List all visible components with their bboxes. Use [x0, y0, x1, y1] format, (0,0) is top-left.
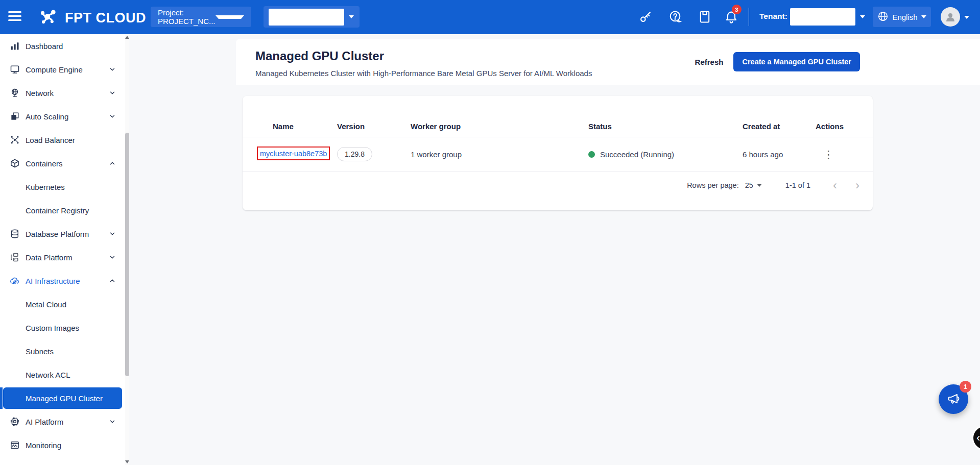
sidebar-item-label: AI Platform [26, 418, 63, 426]
layers-icon [9, 111, 20, 122]
sidebar-item-custom-images[interactable]: Custom Images [0, 316, 129, 339]
page-header: Managed GPU Cluster Managed Kubernetes C… [236, 39, 980, 85]
cluster-table-card: Name Version Worker group Status Created… [243, 96, 873, 210]
bar-chart-icon [9, 40, 20, 52]
column-header-name: Name [273, 122, 337, 131]
fpt-cloud-logo[interactable]: FPT CLOUD [38, 7, 146, 29]
sidebar-item-network-acl[interactable]: Network ACL [0, 363, 129, 386]
sidebar-item-label: Load Balancer [26, 136, 75, 144]
megaphone-icon [946, 391, 961, 407]
page-title: Managed GPU Cluster [255, 49, 384, 63]
globe-stand-icon [9, 87, 20, 99]
sidebar-item-label: Managed GPU Cluster [26, 394, 103, 403]
rows-per-page-select[interactable]: 25 [745, 181, 762, 189]
sidebar-item-subnets[interactable]: Subnets [0, 339, 129, 363]
molecule-logo-icon [38, 7, 60, 29]
sidebar-item-ai-infrastructure[interactable]: AI Infrastructure [0, 269, 129, 292]
project-dropdown-label: Project: PROJECT_NC... [158, 8, 216, 26]
table-header-row: Name Version Worker group Status Created… [243, 115, 873, 137]
create-cluster-button[interactable]: Create a Managed GPU Cluster [733, 52, 860, 71]
sidebar-item-managed-gpu-cluster[interactable]: Managed GPU Cluster [3, 387, 122, 409]
chevron-down-icon [757, 184, 762, 187]
topbar-divider [749, 8, 749, 26]
chevron-down-icon [964, 16, 969, 19]
avatar[interactable] [941, 7, 960, 27]
sidebar-item-compute-engine[interactable]: Compute Engine [0, 58, 129, 81]
column-header-actions: Actions [816, 122, 873, 131]
chevron-up-icon [109, 160, 116, 167]
status-cell: Succeeded (Running) [588, 150, 743, 159]
chevron-down-icon [109, 113, 116, 120]
sidebar-item-label: AI Infrastructure [26, 277, 80, 285]
docs-book-icon[interactable] [698, 10, 712, 24]
chevron-down-icon [109, 66, 116, 73]
pagination: Rows per page: 25 1-1 of 1 ‹ › [243, 172, 873, 199]
chevron-up-icon [109, 277, 116, 284]
sidebar-item-load-balancer[interactable]: Load Balancer [0, 128, 129, 152]
chevron-down-icon [109, 230, 116, 237]
sidebar-scrollbar-thumb[interactable] [125, 133, 129, 376]
help-chat-icon[interactable] [668, 10, 682, 24]
global-search-dropdown[interactable] [264, 6, 360, 28]
chevron-down-icon [860, 15, 865, 18]
language-selector[interactable]: English [873, 7, 931, 27]
sidebar-item-container-registry[interactable]: Container Registry [0, 199, 129, 222]
sidebar-item-label: Containers [26, 159, 63, 168]
sidebar-item-dashboard[interactable]: Dashboard [0, 34, 129, 58]
globe-icon [877, 11, 889, 23]
sidebar-item-auto-scaling[interactable]: Auto Scaling [0, 105, 129, 128]
menu-icon[interactable] [8, 11, 23, 23]
package-icon [9, 158, 20, 169]
monitor-pulse-icon [9, 439, 20, 451]
api-key-icon[interactable] [638, 10, 653, 24]
sidebar-item-label: Compute Engine [26, 65, 83, 74]
status-dot-icon [588, 151, 595, 158]
rows-per-page-value: 25 [745, 181, 753, 189]
chevron-down-icon [109, 418, 116, 425]
row-actions-kebab-icon[interactable]: ⋮ [823, 149, 834, 160]
sidebar-item-metal-cloud[interactable]: Metal Cloud [0, 292, 129, 316]
sidebar-item-data-platform[interactable]: Data Platform [0, 246, 129, 269]
database-icon [9, 228, 20, 239]
language-label: English [892, 13, 917, 21]
rows-per-page-label: Rows per page: [687, 181, 739, 189]
sidebar-item-monitoring[interactable]: Monitoring [0, 433, 129, 457]
sidebar-item-label: Database Platform [26, 230, 89, 238]
scroll-down-arrow-icon[interactable] [125, 460, 129, 463]
chevron-down-icon [109, 89, 116, 96]
sidebar-item-label: Auto Scaling [26, 112, 68, 121]
version-chip: 1.29.8 [337, 147, 372, 161]
cluster-name-link[interactable]: mycluster-uab8e73b [260, 150, 327, 158]
sidebar-item-label: Data Platform [26, 253, 73, 262]
table-row: mycluster-uab8e73b 1.29.8 1 worker group… [243, 137, 873, 171]
sidebar-item-label: Kubernetes [26, 183, 65, 191]
search-input[interactable] [269, 9, 344, 26]
sidebar-item-containers[interactable]: Containers [0, 152, 129, 175]
next-page-icon[interactable]: › [855, 179, 859, 191]
refresh-button[interactable]: Refresh [695, 58, 724, 66]
column-header-version: Version [337, 122, 411, 131]
cloud-sync-icon [9, 275, 20, 286]
scroll-up-arrow-icon[interactable] [125, 36, 129, 39]
sidebar-item-database-platform[interactable]: Database Platform [0, 222, 129, 246]
sidebar-item-label: Network [26, 89, 54, 97]
previous-page-icon[interactable]: ‹ [833, 179, 837, 191]
chip-icon [9, 416, 20, 427]
sidebar-item-label: Monitoring [26, 441, 61, 450]
worker-group-cell: 1 worker group [411, 150, 588, 159]
sidebar-item-label: Metal Cloud [26, 300, 66, 309]
sidebar-item-network[interactable]: Network [0, 81, 129, 105]
data-stack-icon [9, 252, 20, 263]
sidebar-item-label: Custom Images [26, 324, 79, 332]
tenant-select[interactable] [790, 8, 855, 26]
sidebar-item-label: Subnets [26, 347, 54, 356]
annotation-highlight-box: mycluster-uab8e73b [257, 146, 330, 160]
sidebar-item-kubernetes[interactable]: Kubernetes [0, 175, 129, 199]
top-navbar: FPT CLOUD Project: PROJECT_NC... 3 Tenan… [0, 0, 980, 34]
chevron-down-icon [349, 15, 354, 18]
project-dropdown[interactable]: Project: PROJECT_NC... [151, 7, 251, 27]
chevron-down-icon [109, 254, 116, 261]
chevron-down-icon [216, 15, 244, 19]
sidebar-item-ai-platform[interactable]: AI Platform [0, 410, 129, 433]
announcements-button[interactable]: 1 [939, 384, 968, 414]
